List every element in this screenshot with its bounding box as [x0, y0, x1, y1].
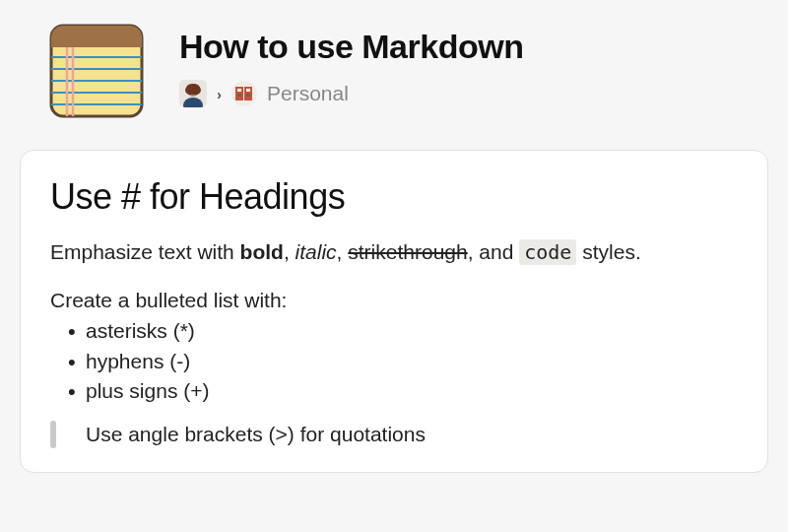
content-card: Use # for Headings Emphasize text with b…	[20, 150, 768, 473]
quote-block: Use angle brackets (>) for quotations	[50, 421, 738, 448]
content-heading: Use # for Headings	[50, 176, 738, 218]
svg-rect-17	[246, 94, 250, 97]
quote-text: Use angle brackets (>) for quotations	[86, 423, 426, 446]
bullet-list: asterisks (*) hyphens (-) plus signs (+)	[50, 316, 738, 406]
text-fragment: ,	[337, 240, 349, 263]
user-avatar[interactable]	[179, 80, 207, 107]
breadcrumb: › Personal	[179, 80, 523, 107]
text-fragment: styles.	[576, 240, 640, 263]
notepad-icon	[47, 22, 146, 120]
svg-rect-14	[237, 89, 241, 92]
text-fragment: ,	[284, 240, 296, 263]
breadcrumb-space-label[interactable]: Personal	[267, 82, 349, 105]
list-item: plus signs (+)	[68, 376, 738, 406]
svg-rect-15	[246, 89, 250, 92]
page-title: How to use Markdown	[179, 28, 523, 66]
list-item: asterisks (*)	[68, 316, 738, 346]
italic-sample: italic	[296, 240, 337, 263]
emphasize-line: Emphasize text with bold, italic, strike…	[50, 237, 738, 267]
strikethrough-sample: strikethrough	[348, 240, 467, 263]
chevron-right-icon: ›	[217, 86, 222, 102]
svg-rect-16	[237, 94, 241, 97]
list-item: hyphens (-)	[68, 347, 738, 376]
bold-sample: bold	[240, 240, 284, 263]
text-fragment: , and	[468, 240, 520, 263]
code-sample: code	[519, 239, 576, 265]
quote-bar-icon	[50, 421, 56, 448]
space-icon[interactable]	[231, 81, 257, 106]
text-fragment: Emphasize text with	[50, 240, 240, 263]
list-intro: Create a bulleted list with:	[50, 289, 738, 312]
